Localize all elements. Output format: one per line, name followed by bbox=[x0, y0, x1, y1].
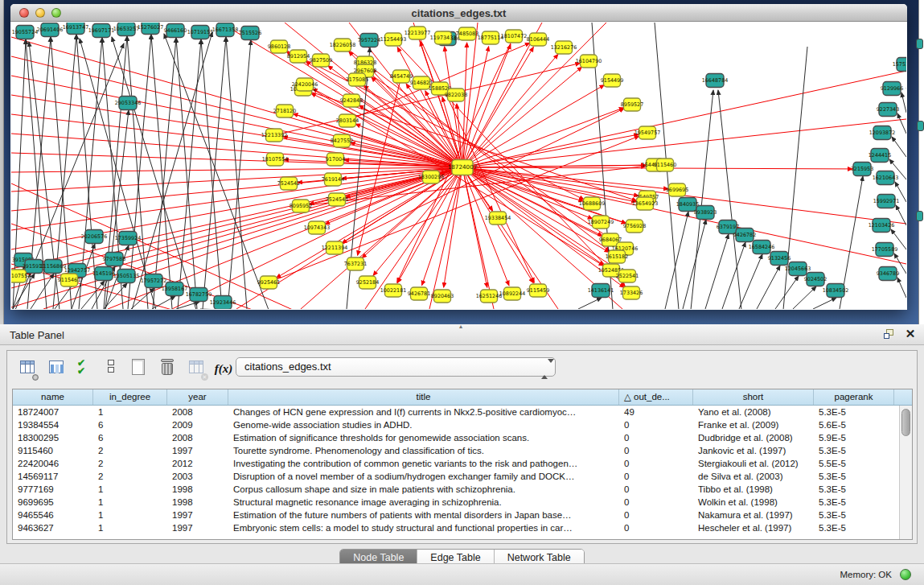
graph-node-teal[interactable]: 10653257 bbox=[113, 23, 140, 36]
graph-node-yellow[interactable]: 9115461 bbox=[58, 274, 80, 286]
graph-node-yellow[interactable]: 18107554 bbox=[262, 153, 289, 166]
table-row[interactable]: 946554611997Estimation of the future num… bbox=[13, 509, 899, 521]
graph-node-yellow[interactable]: 9252184 bbox=[356, 276, 379, 289]
resize-grip-icon[interactable]: ▴ bbox=[459, 323, 466, 328]
graph-node-teal[interactable]: 9132456 bbox=[768, 252, 791, 266]
graph-node-yellow[interactable]: 16251246 bbox=[476, 290, 503, 303]
graph-node-yellow[interactable]: 9756928 bbox=[623, 220, 646, 233]
table-source-select[interactable]: citations_edges.txt bbox=[236, 357, 556, 377]
table-row[interactable]: 1938455462009Genome-wide association stu… bbox=[13, 418, 899, 431]
column-header-title[interactable]: title bbox=[228, 389, 619, 405]
graph-node-teal[interactable]: 16782759 bbox=[186, 288, 212, 302]
graph-node-teal[interactable]: 7957224 bbox=[358, 34, 380, 47]
graph-node-teal[interactable]: 9797588 bbox=[103, 253, 125, 266]
graph-node-yellow[interactable]: 19338454 bbox=[485, 212, 511, 225]
graph-node-yellow[interactable]: 9115459 bbox=[527, 284, 549, 297]
graph-node-teal[interactable]: 16913747 bbox=[63, 23, 89, 35]
graph-node-teal[interactable]: 19055724 bbox=[12, 26, 39, 39]
new-column-button[interactable] bbox=[128, 356, 149, 379]
graph-node-yellow[interactable]: 8920463 bbox=[431, 290, 454, 303]
graph-node-teal[interactable]: 19697171 bbox=[88, 24, 115, 38]
graph-node-yellow[interactable]: 7637231 bbox=[344, 257, 367, 270]
table-row[interactable]: 969969511998Structural magnetic resonanc… bbox=[13, 496, 899, 509]
graph-node-teal[interactable]: 16584246 bbox=[749, 241, 775, 254]
graph-node-yellow[interactable]: 8912954 bbox=[287, 50, 310, 63]
graph-node-teal[interactable]: 9466160 bbox=[164, 24, 187, 38]
graph-node-yellow[interactable]: 8095952 bbox=[290, 200, 312, 212]
graph-node-yellow[interactable]: 16104790 bbox=[576, 55, 602, 68]
graph-node-teal[interactable]: 16671358 bbox=[212, 23, 239, 37]
column-header-year[interactable]: year bbox=[167, 389, 228, 405]
graph-node-yellow[interactable]: 8106444 bbox=[527, 33, 549, 46]
graph-node-teal[interactable]: 17359924 bbox=[115, 232, 142, 245]
graph-node-yellow[interactable]: 9860128 bbox=[268, 40, 290, 53]
float-panel-icon[interactable] bbox=[884, 329, 896, 340]
column-header-in_degree[interactable]: in_degree bbox=[93, 389, 167, 405]
graph-node-yellow[interactable]: 3175085 bbox=[346, 73, 368, 86]
graph-node-yellow[interactable]: 1733426 bbox=[620, 286, 643, 299]
graph-node-teal[interactable]: 1145194 bbox=[92, 267, 115, 281]
selection-mode-button[interactable]: ✔✔ bbox=[75, 356, 96, 379]
graph-node-teal[interactable]: 17705589 bbox=[872, 243, 898, 257]
graph-node-teal[interactable]: 13958167 bbox=[162, 282, 188, 296]
graph-node-teal[interactable]: 13505135 bbox=[113, 270, 140, 283]
graph-node-teal[interactable]: 16210643 bbox=[873, 171, 899, 185]
graph-node-yellow[interactable]: 18724007 bbox=[448, 160, 478, 175]
graph-node-yellow[interactable]: 7485083 bbox=[456, 27, 478, 40]
graph-node-yellow[interactable]: 18775114 bbox=[478, 31, 504, 44]
column-header-short[interactable]: short bbox=[693, 389, 814, 405]
graph-node-yellow[interactable]: 12213977 bbox=[405, 27, 431, 39]
graph-node-teal[interactable]: 12923446 bbox=[210, 296, 236, 310]
column-header-out_de[interactable]: △ out_de... bbox=[619, 389, 693, 405]
table-row[interactable]: 946362711997Embryonic stem cells: a mode… bbox=[13, 521, 899, 534]
graph-node-teal[interactable]: 1244415 bbox=[869, 149, 891, 163]
graph-node-yellow[interactable]: 9426781 bbox=[408, 287, 430, 300]
graph-node-teal[interactable]: 9426782 bbox=[733, 229, 756, 242]
table-row[interactable]: 977716911998Corpus callosum shape and si… bbox=[13, 483, 899, 496]
graph-node-teal[interactable]: 15276027 bbox=[138, 23, 164, 35]
graph-node-teal[interactable]: 9024502 bbox=[804, 273, 827, 286]
graph-node-yellow[interactable]: 11254493 bbox=[380, 33, 407, 46]
graph-node-yellow[interactable]: 2803144 bbox=[336, 114, 359, 127]
graph-node-teal[interactable]: 9227343 bbox=[877, 103, 899, 117]
graph-node-yellow[interactable]: 13216276 bbox=[551, 41, 577, 54]
graph-node-yellow[interactable]: 10022181 bbox=[380, 284, 407, 297]
table-row[interactable]: 1456911722003Disruption of a novel membe… bbox=[13, 470, 899, 483]
graph-node-yellow[interactable]: 9242848 bbox=[340, 94, 363, 107]
scrollbar-thumb[interactable] bbox=[901, 409, 910, 436]
graph-node-teal[interactable]: 15751074 bbox=[893, 58, 906, 72]
table-mode-button[interactable] bbox=[17, 356, 38, 379]
table-row[interactable]: 1830029562008Estimation of significance … bbox=[13, 431, 899, 444]
window-titlebar[interactable]: citations_edges.txt bbox=[10, 4, 907, 22]
graph-node-yellow[interactable]: 2718120 bbox=[273, 105, 296, 117]
column-header-pagerank[interactable]: pagerank bbox=[814, 389, 894, 405]
network-canvas[interactable]: 1905572420691406169137471969717110653257… bbox=[11, 23, 906, 309]
graph-node-yellow[interactable]: 8959527 bbox=[621, 98, 643, 111]
graph-node-teal[interactable]: 12093872 bbox=[869, 126, 896, 140]
graph-node-teal[interactable]: 16648784 bbox=[702, 74, 729, 88]
graph-node-yellow[interactable]: 9827509 bbox=[310, 54, 332, 67]
graph-node-yellow[interactable]: 9154499 bbox=[601, 74, 623, 87]
graph-node-yellow[interactable]: 9822038 bbox=[445, 89, 467, 101]
graph-node-yellow[interactable]: 1615182 bbox=[606, 250, 628, 263]
graph-node-teal[interactable]: 20206576 bbox=[81, 230, 108, 244]
function-builder-button[interactable]: f(x) bbox=[213, 356, 234, 379]
graph-node-teal[interactable]: 9129966 bbox=[881, 82, 903, 96]
table-panel-titlebar[interactable]: Table Panel ▴ ✕ bbox=[0, 324, 924, 345]
graph-node-yellow[interactable]: 10892244 bbox=[499, 287, 526, 300]
graph-node-yellow[interactable]: 8427552 bbox=[331, 134, 353, 147]
graph-node-yellow[interactable]: 18107472 bbox=[501, 30, 528, 43]
graph-node-yellow[interactable]: 9925461 bbox=[257, 276, 280, 289]
table-body[interactable]: 1872400712008Changes of HCN gene express… bbox=[13, 406, 899, 539]
row-height-button[interactable] bbox=[101, 356, 121, 379]
table-row[interactable]: 1872400712008Changes of HCN gene express… bbox=[13, 406, 899, 418]
graph-node-teal[interactable]: 7515526 bbox=[239, 27, 261, 40]
graph-node-yellow[interactable]: 9699695 bbox=[666, 183, 688, 196]
graph-node-teal[interactable]: 29053346 bbox=[115, 97, 142, 110]
table-row[interactable]: 2242004622012Investigating the contribut… bbox=[13, 457, 899, 470]
graph-node-yellow[interactable]: 7524542 bbox=[277, 177, 300, 190]
delete-column-button[interactable] bbox=[157, 356, 178, 379]
graph-node-yellow[interactable]: 7619144 bbox=[322, 173, 344, 186]
graph-node-teal[interactable]: 12103426 bbox=[869, 219, 895, 233]
column-header-name[interactable]: name bbox=[13, 389, 93, 405]
